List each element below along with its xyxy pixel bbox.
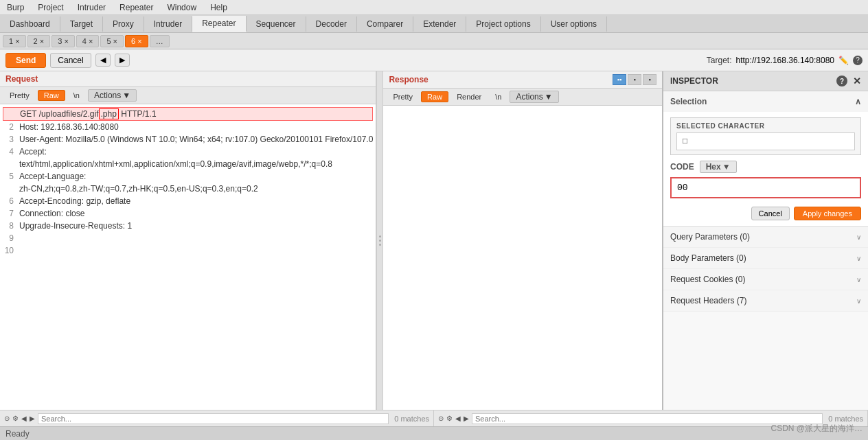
- nav-back-button[interactable]: ◀: [95, 54, 111, 67]
- inspector-selection-chevron-icon: ∧: [855, 97, 861, 106]
- request-help-icon[interactable]: ⊙: [4, 415, 10, 422]
- line-num-10: 10: [3, 244, 14, 257]
- response-tab-newline[interactable]: \n: [490, 92, 507, 102]
- status-text: Ready: [5, 429, 30, 439]
- request-bottom-section: ⊙ ⚙ ◀ ▶ 0 matches: [0, 410, 434, 426]
- request-tab-pretty[interactable]: Pretty: [4, 91, 35, 100]
- inspector-btn-row: Cancel Apply changes: [670, 207, 861, 220]
- code-input[interactable]: [670, 177, 861, 198]
- line-num-5b: [3, 183, 14, 195]
- tab-user-options[interactable]: User options: [541, 16, 607, 32]
- response-actions-button[interactable]: Actions ▼: [510, 91, 558, 103]
- menu-help[interactable]: Help: [203, 1, 234, 14]
- request-settings-icon[interactable]: ⚙: [12, 415, 19, 422]
- line-content-6: Accept-Encoding: gzip, deflate: [19, 195, 373, 207]
- code-line-4b: text/html,application/xhtml+xml,applicat…: [3, 158, 373, 170]
- tab-decoder[interactable]: Decoder: [306, 16, 357, 32]
- inspector-cancel-button[interactable]: Cancel: [751, 207, 790, 220]
- cancel-button[interactable]: Cancel: [50, 53, 91, 68]
- request-search-input[interactable]: [38, 413, 389, 424]
- inspector-selection-content: SELECTED CHARACTER □ CODE Hex ▼ Cancel: [663, 112, 868, 226]
- line-content-2: Host: 192.168.36.140:8080: [19, 121, 373, 133]
- body-params-chevron-icon: ∨: [856, 255, 861, 262]
- inspector-help-icon[interactable]: ?: [836, 76, 847, 86]
- repeater-tab-4[interactable]: 4 ×: [76, 35, 100, 47]
- line-num-1: [3, 108, 14, 120]
- response-match-count: 0 matches: [828, 415, 863, 423]
- request-cookies-section[interactable]: Request Cookies (0) ∨: [663, 269, 868, 290]
- menu-intruder[interactable]: Intruder: [71, 1, 113, 14]
- tab-sequencer[interactable]: Sequencer: [247, 16, 306, 32]
- repeater-tab-6[interactable]: 6 ×: [125, 35, 148, 47]
- request-nav-back-icon[interactable]: ◀: [21, 415, 27, 422]
- tab-dashboard[interactable]: Dashboard: [0, 16, 60, 32]
- code-line-5: 5 Accept-Language:: [3, 170, 373, 183]
- response-nav-forward-icon[interactable]: ▶: [464, 415, 469, 422]
- view-btn-request[interactable]: ▪: [628, 74, 641, 85]
- edit-target-icon[interactable]: ✏️: [838, 56, 849, 65]
- repeater-tab-5[interactable]: 5 ×: [100, 35, 124, 47]
- apply-changes-button[interactable]: Apply changes: [794, 207, 861, 220]
- help-target-icon[interactable]: ?: [853, 56, 863, 65]
- query-params-section[interactable]: Query Parameters (0) ∨: [663, 227, 868, 248]
- line-num-9: 9: [3, 232, 14, 244]
- menu-burp[interactable]: Burp: [0, 1, 31, 14]
- request-tab-raw[interactable]: Raw: [38, 90, 65, 101]
- code-line-2: 2 Host: 192.168.36.140:8080: [3, 121, 373, 133]
- toolbar: Send Cancel ◀ ▶ Target: http://192.168.3…: [0, 49, 868, 71]
- main-tabbar: Dashboard Target Proxy Intruder Repeater…: [0, 15, 868, 33]
- request-headers-section[interactable]: Request Headers (7) ∨: [663, 290, 868, 312]
- response-settings-icon[interactable]: ⚙: [446, 415, 453, 422]
- view-btn-response[interactable]: ▪: [643, 74, 656, 85]
- response-tab-render[interactable]: Render: [451, 92, 487, 102]
- inspector-selection-header[interactable]: Selection ∧: [663, 91, 868, 112]
- divider-dot-2: [379, 240, 381, 242]
- response-tab-raw[interactable]: Raw: [421, 91, 448, 102]
- line-num-7: 7: [3, 207, 14, 220]
- tab-intruder[interactable]: Intruder: [144, 16, 192, 32]
- request-nav-forward-icon[interactable]: ▶: [30, 415, 35, 422]
- menu-project[interactable]: Project: [31, 1, 70, 14]
- inspector-close-icon[interactable]: ✕: [853, 76, 861, 86]
- request-cookies-chevron-icon: ∨: [856, 276, 861, 283]
- request-tab-newline[interactable]: \n: [68, 91, 85, 100]
- response-code-area[interactable]: [383, 106, 662, 410]
- tab-target[interactable]: Target: [60, 16, 103, 32]
- inspector-selection-section: Selection ∧ SELECTED CHARACTER □ CODE He…: [663, 91, 868, 227]
- repeater-tab-3[interactable]: 3 ×: [52, 35, 75, 47]
- request-header: Request: [0, 71, 376, 87]
- main-layout: Request Pretty Raw \n Actions ▼ GET /upl…: [0, 71, 868, 410]
- selected-char-display: □: [683, 136, 687, 146]
- divider-dot-1: [379, 235, 381, 238]
- tab-extender[interactable]: Extender: [413, 16, 466, 32]
- nav-forward-button[interactable]: ▶: [115, 54, 130, 67]
- request-actions-button[interactable]: Actions ▼: [88, 89, 137, 102]
- code-format-dropdown[interactable]: Hex ▼: [700, 161, 737, 173]
- repeater-tab-2[interactable]: 2 ×: [27, 35, 51, 47]
- tab-project-options[interactable]: Project options: [466, 16, 540, 32]
- status-bar: Ready: [0, 426, 868, 440]
- response-tab-pretty[interactable]: Pretty: [387, 92, 418, 102]
- line-content-7: Connection: close: [19, 207, 373, 220]
- tab-proxy[interactable]: Proxy: [103, 16, 144, 32]
- line-content-3: User-Agent: Mozilla/5.0 (Windows NT 10.0…: [19, 133, 373, 146]
- code-line-6: 6 Accept-Encoding: gzip, deflate: [3, 195, 373, 207]
- tab-comparer[interactable]: Comparer: [357, 16, 413, 32]
- request-code-area[interactable]: GET /uploadfiles/2.gif.php HTTP/1.1 2 Ho…: [0, 104, 376, 410]
- response-header: Response: [389, 75, 428, 84]
- menu-repeater[interactable]: Repeater: [113, 1, 160, 14]
- repeater-tab-more[interactable]: …: [150, 35, 170, 47]
- response-nav-back-icon[interactable]: ◀: [455, 415, 461, 422]
- body-params-section[interactable]: Body Parameters (0) ∨: [663, 248, 868, 269]
- menu-window[interactable]: Window: [160, 1, 203, 14]
- line-num-4: 4: [3, 146, 14, 158]
- view-btn-split[interactable]: ▪▪: [613, 74, 626, 85]
- response-help-icon[interactable]: ⊙: [438, 415, 444, 422]
- send-button[interactable]: Send: [5, 53, 46, 68]
- line-num-8: 8: [3, 220, 14, 232]
- code-line-4: 4 Accept:: [3, 146, 373, 158]
- tab-repeater[interactable]: Repeater: [192, 16, 246, 32]
- repeater-tab-1[interactable]: 1 ×: [3, 35, 26, 47]
- line-content-8: Upgrade-Insecure-Requests: 1: [19, 220, 373, 232]
- divider-dot-3: [379, 244, 381, 246]
